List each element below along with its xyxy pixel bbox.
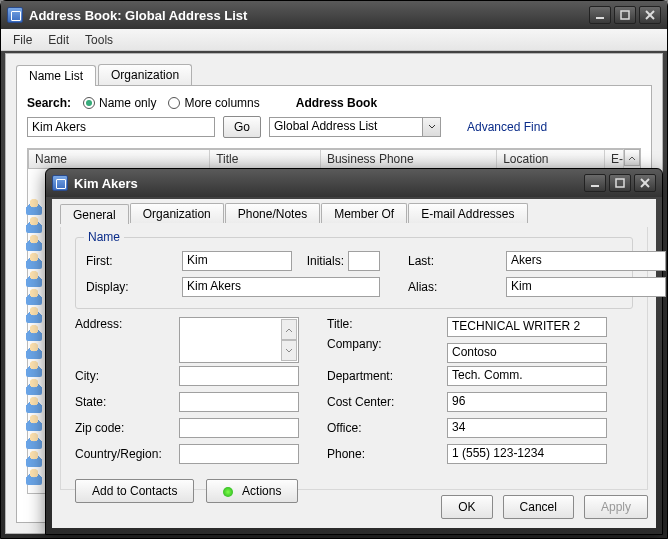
address-book-label: Address Book xyxy=(296,96,377,110)
svg-rect-5 xyxy=(616,179,624,187)
zip-field[interactable] xyxy=(179,418,299,438)
dialog-maximize-button[interactable] xyxy=(609,174,631,192)
dialog-tabs: General Organization Phone/Notes Member … xyxy=(52,199,656,223)
advanced-find-link[interactable]: Advanced Find xyxy=(467,120,547,134)
state-label: State: xyxy=(75,395,175,409)
alias-field[interactable]: Kim xyxy=(506,277,666,297)
tab-general[interactable]: General xyxy=(60,204,129,224)
contact-card-icon xyxy=(52,175,68,191)
tab-name-list[interactable]: Name List xyxy=(16,65,96,86)
user-icon xyxy=(26,198,42,215)
col-title[interactable]: Title xyxy=(210,150,321,168)
menu-tools[interactable]: Tools xyxy=(77,31,121,49)
dialog-close-button[interactable] xyxy=(634,174,656,192)
close-button[interactable] xyxy=(639,6,661,24)
dialog-minimize-button[interactable] xyxy=(584,174,606,192)
last-label: Last: xyxy=(408,254,478,268)
cost-center-field[interactable]: 96 xyxy=(447,392,607,412)
window-title: Address Book: Global Address List xyxy=(29,8,247,23)
contact-properties-dialog: Kim Akers General Organization Phone/Not… xyxy=(45,168,663,535)
grid-user-icons xyxy=(26,198,44,486)
chevron-down-icon[interactable] xyxy=(422,118,440,136)
title-label: Title: xyxy=(327,317,419,331)
zip-label: Zip code: xyxy=(75,421,175,435)
user-icon xyxy=(26,414,42,431)
address-spinner[interactable] xyxy=(281,319,297,361)
col-name[interactable]: Name xyxy=(29,150,210,168)
search-input[interactable] xyxy=(27,117,215,137)
user-icon xyxy=(26,432,42,449)
svg-rect-1 xyxy=(621,11,629,19)
address-field[interactable] xyxy=(179,317,299,363)
go-button[interactable]: Go xyxy=(223,116,261,138)
phone-field[interactable]: 1 (555) 123-1234 xyxy=(447,444,607,464)
name-groupbox: Name First: Kim Initials: Last: Akers Di… xyxy=(75,237,633,309)
initials-label: Initials: xyxy=(296,254,344,268)
scroll-up-icon[interactable] xyxy=(624,149,640,166)
tab-organization[interactable]: Organization xyxy=(130,203,224,223)
department-field[interactable]: Tech. Comm. xyxy=(447,366,607,386)
alias-label: Alias: xyxy=(408,280,478,294)
display-field[interactable]: Kim Akers xyxy=(182,277,380,297)
last-field[interactable]: Akers xyxy=(506,251,666,271)
radio-more-columns[interactable]: More columns xyxy=(168,96,259,110)
cost-center-label: Cost Center: xyxy=(327,395,419,409)
user-icon xyxy=(26,378,42,395)
dialog-title-bar[interactable]: Kim Akers xyxy=(46,169,662,197)
col-business-phone[interactable]: Business Phone xyxy=(321,150,497,168)
tab-phone-notes[interactable]: Phone/Notes xyxy=(225,203,320,223)
initials-field[interactable] xyxy=(348,251,380,271)
department-label: Department: xyxy=(327,369,419,383)
spin-down-icon[interactable] xyxy=(281,340,297,361)
display-label: Display: xyxy=(86,280,178,294)
country-field[interactable] xyxy=(179,444,299,464)
title-field[interactable]: TECHNICAL WRITER 2 xyxy=(447,317,607,337)
menu-edit[interactable]: Edit xyxy=(40,31,77,49)
company-label: Company: xyxy=(327,337,419,351)
user-icon xyxy=(26,270,42,287)
address-label: Address: xyxy=(75,317,175,331)
first-field[interactable]: Kim xyxy=(182,251,292,271)
maximize-button[interactable] xyxy=(614,6,636,24)
tab-organization[interactable]: Organization xyxy=(98,64,192,85)
user-icon xyxy=(26,306,42,323)
state-field[interactable] xyxy=(179,392,299,412)
col-location[interactable]: Location xyxy=(497,150,605,168)
general-form: Name First: Kim Initials: Last: Akers Di… xyxy=(60,227,648,490)
address-book-combo[interactable]: Global Address List xyxy=(269,117,441,137)
radio-name-only[interactable]: Name only xyxy=(83,96,156,110)
user-icon xyxy=(26,360,42,377)
company-field[interactable]: Contoso xyxy=(447,343,607,363)
office-label: Office: xyxy=(327,421,419,435)
dialog-title: Kim Akers xyxy=(74,176,138,191)
menu-bar: File Edit Tools xyxy=(1,29,667,51)
search-label: Search: xyxy=(27,96,71,110)
address-book-value: Global Address List xyxy=(269,117,441,137)
address-book-icon xyxy=(7,7,23,23)
user-icon xyxy=(26,396,42,413)
ok-button[interactable]: OK xyxy=(441,495,492,519)
radio-dot-icon xyxy=(168,97,180,109)
grid-header: Name Title Business Phone Location E-mai… xyxy=(28,149,640,169)
title-bar[interactable]: Address Book: Global Address List xyxy=(1,1,667,29)
country-label: Country/Region: xyxy=(75,447,175,461)
tab-email-addresses[interactable]: E-mail Addresses xyxy=(408,203,527,223)
apply-button[interactable]: Apply xyxy=(584,495,648,519)
office-field[interactable]: 34 xyxy=(447,418,607,438)
dialog-footer: OK Cancel Apply xyxy=(60,492,648,522)
tab-member-of[interactable]: Member Of xyxy=(321,203,407,223)
city-field[interactable] xyxy=(179,366,299,386)
user-icon xyxy=(26,252,42,269)
user-icon xyxy=(26,468,42,485)
user-icon xyxy=(26,234,42,251)
city-label: City: xyxy=(75,369,175,383)
main-tabs: Name List Organization xyxy=(16,64,652,86)
minimize-button[interactable] xyxy=(589,6,611,24)
first-label: First: xyxy=(86,254,178,268)
radio-dot-icon xyxy=(83,97,95,109)
phone-label: Phone: xyxy=(327,447,419,461)
cancel-button[interactable]: Cancel xyxy=(503,495,574,519)
user-icon xyxy=(26,342,42,359)
menu-file[interactable]: File xyxy=(5,31,40,49)
spin-up-icon[interactable] xyxy=(281,319,297,340)
